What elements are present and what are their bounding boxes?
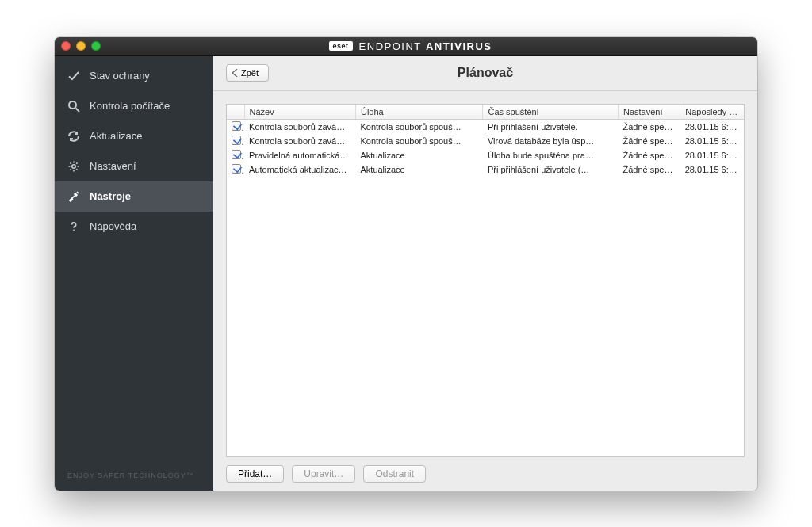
action-bar: Přidat… Upravit… Odstranit xyxy=(226,457,745,483)
cell-last: 28.01.15 6:… xyxy=(680,148,744,162)
tools-icon xyxy=(67,190,80,203)
sidebar-item-label: Nastavení xyxy=(90,160,136,172)
remove-button[interactable]: Odstranit xyxy=(363,465,426,483)
eset-logo: eset xyxy=(329,41,353,51)
page-title: Plánovač xyxy=(213,66,757,80)
cell-task: Kontrola souborů spouš… xyxy=(355,134,482,148)
chevron-left-icon xyxy=(232,69,238,77)
cell-settings: Žádné speci… xyxy=(618,134,680,148)
app-window: eset ENDPOINT ANTIVIRUS Stav ochrany xyxy=(55,37,757,491)
refresh-icon xyxy=(67,130,80,143)
cell-time: Při přihlášení uživatele (… xyxy=(483,162,619,177)
sidebar-nav: Stav ochrany Kontrola počítače Aktualiza… xyxy=(55,56,213,462)
sidebar-item-status[interactable]: Stav ochrany xyxy=(55,61,213,91)
table-header-row: Název Úloha Čas spuštění Nastavení Napos… xyxy=(227,105,744,120)
sidebar-item-update[interactable]: Aktualizace xyxy=(55,121,213,151)
svg-point-1 xyxy=(72,164,75,167)
cell-name: Pravidelná automatická… xyxy=(244,148,355,162)
add-button[interactable]: Přidat… xyxy=(226,465,284,483)
col-last[interactable]: Naposledy s… xyxy=(680,105,744,120)
cell-settings: Žádné speci… xyxy=(618,148,680,162)
help-icon xyxy=(67,220,80,233)
cell-time: Virová databáze byla úsp… xyxy=(483,134,619,148)
table-row[interactable]: Automatická aktualizac…AktualizacePři př… xyxy=(227,162,744,177)
cell-settings: Žádné speci… xyxy=(618,162,680,177)
sidebar-item-label: Aktualizace xyxy=(90,130,142,142)
sidebar-item-help[interactable]: Nápověda xyxy=(55,212,213,242)
row-checkbox[interactable] xyxy=(232,121,241,131)
col-check[interactable] xyxy=(227,105,244,120)
row-checkbox[interactable] xyxy=(232,164,241,174)
cell-last: 28.01.15 6:… xyxy=(680,134,744,148)
col-task[interactable]: Úloha xyxy=(355,105,482,120)
cell-time: Při přihlášení uživatele. xyxy=(483,119,619,134)
main-panel: Zpět Plánovač xyxy=(213,56,757,491)
title-bold: ANTIVIRUS xyxy=(426,40,492,52)
table-empty-space xyxy=(227,177,744,456)
title-center: eset ENDPOINT ANTIVIRUS xyxy=(70,40,751,52)
sidebar-footer: ENJOY SAFER TECHNOLOGY™ xyxy=(55,462,213,491)
col-time[interactable]: Čas spuštění xyxy=(483,105,619,120)
cell-name: Automatická aktualizac… xyxy=(244,162,355,177)
cell-task: Aktualizace xyxy=(355,148,482,162)
back-button[interactable]: Zpět xyxy=(226,64,269,82)
table-row[interactable]: Kontrola souborů zavá…Kontrola souborů s… xyxy=(227,119,744,134)
cell-time: Úloha bude spuštěna pra… xyxy=(483,148,619,162)
toolbar: Zpět Plánovač xyxy=(213,56,757,91)
cell-task: Aktualizace xyxy=(355,162,482,177)
title-thin: ENDPOINT xyxy=(359,40,422,52)
col-settings[interactable]: Nastavení xyxy=(618,105,680,120)
table-row[interactable]: Pravidelná automatická…AktualizaceÚloha … xyxy=(227,148,744,162)
col-name[interactable]: Název xyxy=(244,105,355,120)
back-button-label: Zpět xyxy=(241,68,259,78)
svg-point-0 xyxy=(69,101,76,109)
sidebar-item-scan[interactable]: Kontrola počítače xyxy=(55,91,213,121)
sidebar: Stav ochrany Kontrola počítače Aktualiza… xyxy=(55,56,213,491)
search-icon xyxy=(67,100,80,113)
sidebar-item-label: Nápověda xyxy=(90,220,136,232)
cell-settings: Žádné speci… xyxy=(618,119,680,134)
svg-point-2 xyxy=(73,229,75,231)
content: Název Úloha Čas spuštění Nastavení Napos… xyxy=(213,91,757,491)
scheduler-table: Název Úloha Čas spuštění Nastavení Napos… xyxy=(226,104,745,457)
cell-last: 28.01.15 6:… xyxy=(680,162,744,177)
gear-icon xyxy=(67,160,80,173)
table-row[interactable]: Kontrola souborů zavá…Kontrola souborů s… xyxy=(227,134,744,148)
cell-task: Kontrola souborů spouš… xyxy=(355,119,482,134)
cell-name: Kontrola souborů zavá… xyxy=(244,119,355,134)
row-checkbox[interactable] xyxy=(232,136,241,145)
check-icon xyxy=(67,70,80,82)
sidebar-item-tools[interactable]: Nástroje xyxy=(55,181,213,212)
sidebar-item-label: Kontrola počítače xyxy=(90,100,170,112)
sidebar-item-label: Stav ochrany xyxy=(90,70,150,82)
edit-button[interactable]: Upravit… xyxy=(292,465,355,483)
row-checkbox[interactable] xyxy=(232,150,241,159)
sidebar-item-settings[interactable]: Nastavení xyxy=(55,151,213,181)
cell-name: Kontrola souborů zavá… xyxy=(244,134,355,148)
sidebar-item-label: Nástroje xyxy=(90,190,131,202)
cell-last: 28.01.15 6:… xyxy=(680,119,744,134)
titlebar: eset ENDPOINT ANTIVIRUS xyxy=(55,37,757,56)
